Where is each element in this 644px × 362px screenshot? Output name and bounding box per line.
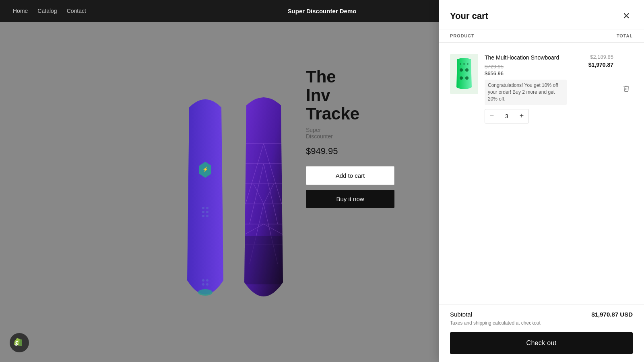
cart-item-total-original: $2,189.85 — [590, 54, 613, 60]
svg-point-10 — [202, 283, 204, 286]
cart-item-name: The Multi-location Snowboard — [485, 54, 567, 61]
snowboard-image-left: ⚡ — [181, 83, 229, 317]
cart-item-promo-text: Congratulations! You get 10% off your or… — [485, 80, 567, 105]
site-title: Super Discounter Demo — [288, 8, 357, 14]
snowboard-image-right — [237, 83, 290, 317]
cart-footer: Subtotal $1,970.87 USD Taxes and shippin… — [439, 304, 644, 362]
quantity-value: 3 — [499, 113, 515, 119]
cart-header: Your cart ✕ — [439, 0, 644, 29]
checkout-button[interactable]: Check out — [450, 332, 633, 354]
subtotal-value: $1,970.87 USD — [591, 311, 633, 318]
svg-point-30 — [460, 68, 463, 72]
cart-item-details: The Multi-location Snowboard $729.95 $65… — [485, 54, 567, 123]
svg-point-4 — [202, 211, 204, 213]
nav-contact[interactable]: Contact — [67, 8, 86, 14]
cart-title: Your cart — [450, 11, 488, 21]
product-column-label: PRODUCT — [450, 33, 475, 38]
add-to-cart-button[interactable]: Add to cart — [306, 166, 394, 185]
quantity-control: − 3 + — [485, 109, 529, 123]
cart-panel: Your cart ✕ PRODUCT TOTAL — [439, 0, 644, 362]
svg-text:⚡: ⚡ — [202, 166, 208, 172]
svg-point-33 — [465, 76, 469, 80]
subtotal-label: Subtotal — [450, 311, 472, 318]
buy-now-button[interactable]: Buy it now — [306, 190, 394, 208]
close-cart-button[interactable]: ✕ — [620, 10, 633, 23]
shopify-icon — [14, 337, 25, 348]
cart-column-headers: PRODUCT TOTAL — [439, 29, 644, 43]
cart-item-totals: $2,189.85 $1,970.87 — [573, 54, 613, 123]
svg-point-9 — [206, 279, 208, 282]
cart-item-sale-price: $656.96 — [485, 70, 567, 76]
total-column-label: TOTAL — [617, 33, 633, 38]
tax-note: Taxes and shipping calculated at checkou… — [450, 320, 633, 326]
quantity-decrease-button[interactable]: − — [485, 109, 499, 123]
quantity-increase-button[interactable]: + — [515, 109, 528, 123]
svg-point-5 — [206, 211, 208, 213]
svg-point-32 — [460, 76, 463, 80]
svg-point-3 — [206, 207, 208, 209]
svg-point-7 — [206, 215, 208, 217]
svg-point-34 — [460, 63, 461, 65]
cart-item-thumbnail — [450, 54, 478, 94]
svg-point-11 — [206, 283, 208, 286]
svg-point-12 — [198, 289, 213, 296]
svg-point-36 — [467, 63, 469, 65]
remove-item-button[interactable] — [620, 82, 633, 95]
nav-home[interactable]: Home — [13, 8, 28, 14]
svg-rect-27 — [242, 236, 286, 284]
cart-items-list: The Multi-location Snowboard $729.95 $65… — [439, 43, 644, 304]
shopify-badge[interactable] — [10, 333, 29, 352]
svg-point-6 — [202, 215, 204, 217]
nav-catalog[interactable]: Catalog — [37, 8, 57, 14]
trash-icon — [623, 85, 630, 92]
svg-point-8 — [202, 279, 204, 282]
nav-links: Home Catalog Contact — [13, 8, 86, 14]
product-info-panel: The InvTracke Super Discounter $949.95 A… — [290, 43, 322, 362]
svg-point-35 — [463, 63, 465, 65]
cart-item-total-price: $1,970.87 — [588, 62, 613, 68]
product-images: ⚡ — [181, 83, 290, 317]
cart-item-original-price: $729.95 — [485, 64, 567, 70]
svg-point-2 — [202, 207, 204, 209]
subtotal-row: Subtotal $1,970.87 USD — [450, 311, 633, 318]
cart-item: The Multi-location Snowboard $729.95 $65… — [450, 49, 633, 128]
product-page: ⚡ — [0, 22, 439, 362]
svg-point-31 — [465, 68, 469, 72]
